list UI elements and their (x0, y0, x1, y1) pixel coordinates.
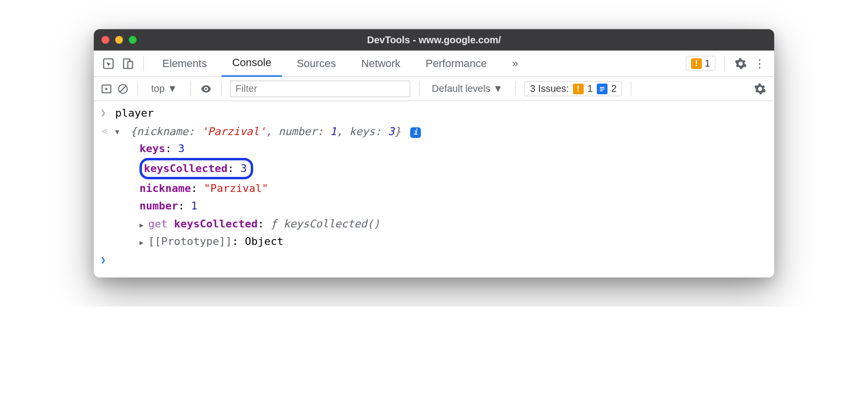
highlight-annotation: keysCollected: 3 (139, 158, 253, 179)
live-expression-icon[interactable] (200, 83, 212, 95)
levels-label: Default levels (432, 83, 490, 94)
tab-overflow[interactable]: » (502, 51, 529, 77)
separator (515, 82, 516, 96)
separator (419, 82, 419, 96)
tabbar: Elements Console Sources Network Perform… (94, 51, 774, 77)
info-icon[interactable]: i (410, 127, 421, 138)
warning-icon: ! (691, 58, 702, 69)
tab-sources[interactable]: Sources (286, 51, 347, 77)
chevron-down-icon: ▼ (168, 83, 177, 94)
console-output: ❯ player ⋖ ▼ {nickname: 'Parzival', numb… (94, 101, 774, 277)
svg-rect-6 (600, 86, 604, 87)
minimize-window-button[interactable] (115, 36, 123, 44)
clear-console-icon[interactable] (117, 83, 129, 95)
device-toggle-icon[interactable] (120, 56, 136, 71)
more-icon[interactable]: ⋮ (753, 56, 767, 71)
tab-elements[interactable]: Elements (152, 51, 218, 77)
console-settings-icon[interactable] (753, 82, 767, 96)
output-chevron-icon: ⋖ (101, 123, 115, 138)
sidebar-toggle-icon[interactable] (101, 83, 112, 95)
warning-icon: ! (573, 84, 584, 94)
expand-toggle-icon[interactable]: ▼ (115, 127, 124, 138)
separator (143, 56, 144, 71)
tabbar-right: ! 1 ⋮ (686, 56, 767, 71)
expand-toggle-icon[interactable]: ▶ (139, 220, 148, 231)
console-input-text: player (115, 105, 767, 121)
input-chevron-icon: ❯ (101, 105, 115, 120)
issues-label: 3 Issues: (530, 83, 569, 94)
issues-badge[interactable]: 3 Issues: ! 1 2 (524, 81, 622, 96)
separator (191, 82, 191, 96)
maximize-window-button[interactable] (129, 36, 137, 44)
console-output-row[interactable]: ⋖ ▼ {nickname: 'Parzival', number: 1, ke… (94, 122, 774, 251)
separator (138, 82, 138, 96)
devtools-window: DevTools - www.google.com/ Elements Cons… (94, 29, 774, 277)
tab-network[interactable]: Network (350, 51, 411, 77)
tab-console[interactable]: Console (222, 51, 282, 77)
prop-prototype[interactable]: ▶[[Prototype]]: Object (139, 233, 767, 250)
context-selector[interactable]: top ▼ (147, 81, 182, 97)
separator (221, 82, 222, 96)
prop-nickname[interactable]: nickname: "Parzival" (139, 180, 767, 197)
issues-warn-count: 1 (588, 83, 593, 94)
separator (631, 82, 631, 96)
object-properties: keys: 3 keysCollected: 3 nickname: "Parz… (115, 140, 767, 250)
window-title: DevTools - www.google.com/ (94, 34, 774, 46)
close-window-button[interactable] (102, 36, 109, 44)
tab-performance[interactable]: Performance (415, 51, 498, 77)
warning-badge[interactable]: ! 1 (686, 56, 715, 71)
svg-line-5 (120, 86, 126, 92)
prop-keys[interactable]: keys: 3 (139, 140, 767, 157)
warning-count: 1 (705, 58, 710, 69)
inspect-icon[interactable] (101, 56, 116, 71)
filter-input[interactable] (230, 81, 410, 97)
svg-rect-7 (600, 88, 604, 89)
prop-number[interactable]: number: 1 (139, 197, 767, 215)
prompt-chevron-icon: ❯ (101, 252, 115, 267)
chevron-down-icon: ▼ (493, 83, 503, 94)
prop-getter[interactable]: ▶get keysCollected: ƒ keysCollected() (139, 215, 767, 233)
separator (724, 56, 725, 71)
svg-rect-2 (128, 61, 133, 68)
info-icon (597, 84, 608, 94)
titlebar: DevTools - www.google.com/ (94, 29, 774, 51)
issues-info-count: 2 (611, 83, 617, 94)
console-prompt-row[interactable]: ❯ (94, 251, 774, 268)
log-levels-selector[interactable]: Default levels ▼ (428, 83, 507, 94)
context-label: top (151, 83, 165, 94)
object-summary[interactable]: ▼ {nickname: 'Parzival', number: 1, keys… (115, 123, 767, 250)
settings-icon[interactable] (733, 56, 748, 71)
prop-keys-collected[interactable]: keysCollected: 3 (139, 157, 767, 180)
traffic-lights (102, 36, 137, 44)
expand-toggle-icon[interactable]: ▶ (139, 238, 148, 248)
console-input-row[interactable]: ❯ player (94, 104, 774, 122)
svg-rect-8 (600, 90, 603, 91)
object-preview: {nickname: 'Parzival', number: 1, keys: … (130, 125, 407, 138)
console-toolbar: top ▼ Default levels ▼ 3 Issues: ! 1 2 (94, 77, 774, 101)
